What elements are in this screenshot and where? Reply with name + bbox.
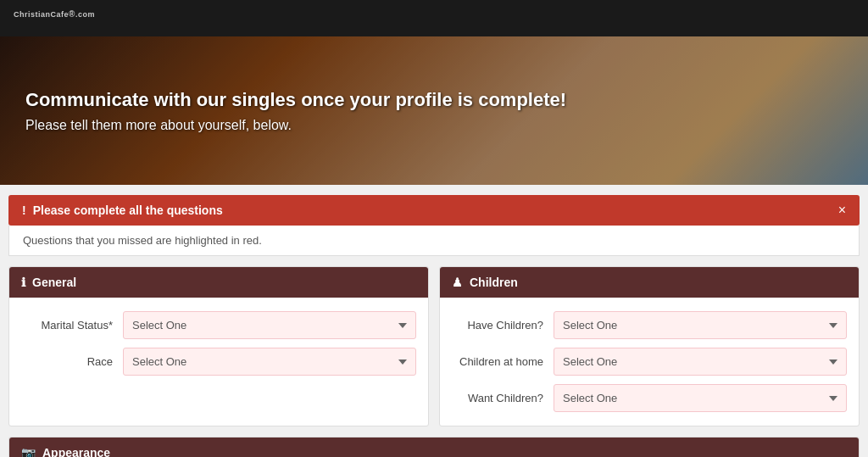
logo-text: ChristianCafe [14,10,69,19]
children-section-body: Have Children? Select One Children at ho… [440,298,859,426]
error-alert: ! Please complete all the questions × [8,195,860,226]
have-children-select[interactable]: Select One [554,311,847,339]
general-section-header: ℹ General [9,267,428,298]
want-children-select[interactable]: Select One [554,384,847,412]
hero-subtext: Please tell them more about yourself, be… [25,118,566,133]
appearance-title: Appearance [42,446,110,457]
site-logo: ChristianCafe®.com [14,8,95,28]
have-children-row: Have Children? Select One [452,311,847,339]
race-label: Race [21,355,123,368]
general-section-body: Marital Status* Select One Race Select O… [9,298,428,389]
alert-message: Please complete all the questions [33,203,223,217]
logo-domain: .com [75,10,95,19]
children-title: Children [470,276,518,289]
general-section: ℹ General Marital Status* Select One Rac… [8,266,429,426]
race-select[interactable]: Select One [123,348,416,376]
general-title: General [32,276,76,289]
site-header: ChristianCafe®.com [0,0,868,36]
sections-container: ℹ General Marital Status* Select One Rac… [0,266,868,426]
appearance-icon: 📷 [21,446,36,457]
appearance-section: 📷 Appearance [8,437,860,457]
have-children-label: Have Children? [452,319,554,332]
children-at-home-row: Children at home Select One [452,348,847,376]
marital-status-select[interactable]: Select One [123,311,416,339]
children-icon: ♟ [452,276,463,289]
hero-text: Communicate with our singles once your p… [25,89,566,133]
appearance-section-header: 📷 Appearance [9,437,859,457]
want-children-row: Want Children? Select One [452,384,847,412]
children-at-home-select[interactable]: Select One [554,348,847,376]
children-at-home-label: Children at home [452,355,554,368]
marital-status-label: Marital Status* [21,319,123,332]
race-row: Race Select One [21,348,416,376]
children-section-header: ♟ Children [440,267,859,298]
hero-banner: Communicate with our singles once your p… [0,36,868,185]
marital-status-row: Marital Status* Select One [21,311,416,339]
alert-icon: ! [22,203,26,217]
logo-registered: ® [69,9,75,19]
alert-message-container: ! Please complete all the questions [22,203,223,217]
alert-info-text: Questions that you missed are highlighte… [23,234,262,247]
general-icon: ℹ [21,276,25,289]
hero-headline: Communicate with our singles once your p… [25,89,566,111]
children-section: ♟ Children Have Children? Select One Chi… [439,266,860,426]
alert-info: Questions that you missed are highlighte… [8,226,860,256]
alert-close-button[interactable]: × [838,203,846,217]
main-content: Communicate with our singles once your p… [0,36,868,457]
want-children-label: Want Children? [452,392,554,404]
